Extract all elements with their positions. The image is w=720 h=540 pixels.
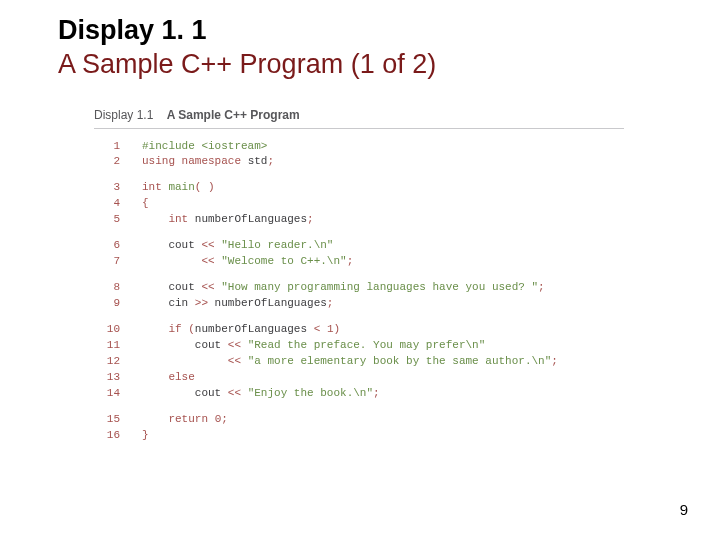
title-line-2: A Sample C++ Program (1 of 2) [58,48,720,82]
code-token: cout [142,281,201,293]
caption-label: Display 1.1 [94,108,153,122]
code-token: >> [195,297,208,309]
code-line: 3int main( ) [94,180,624,196]
line-content: cout << "Read the preface. You may prefe… [142,339,485,351]
line-number: 12 [94,354,120,370]
line-content: return 0; [142,413,228,425]
code-token: << [201,239,214,251]
line-number: 8 [94,280,120,296]
code-token: cout [142,387,228,399]
code-token: "a more elementary book by the same auth… [248,355,552,367]
title-line-1: Display 1. 1 [58,14,720,48]
code-line: 1#include <iostream> [94,139,624,155]
code-token: ; [307,213,314,225]
code-token: { [142,197,149,209]
code-block: 15 return 0;16} [94,412,624,444]
line-number: 5 [94,212,120,228]
code-block: 10 if (numberOfLanguages < 1)11 cout << … [94,322,624,402]
code-token: if [168,323,181,335]
code-token: main [168,181,194,193]
code-token: "Welcome to C++.\n" [221,255,346,267]
code-line: 7 << "Welcome to C++.\n"; [94,254,624,270]
code-token: ; [267,155,274,167]
code-line: 15 return 0; [94,412,624,428]
code-line: 6 cout << "Hello reader.\n" [94,238,624,254]
line-content: cin >> numberOfLanguages; [142,297,333,309]
code-line: 13 else [94,370,624,386]
code-token: << [201,255,214,267]
code-token: ( ) [195,181,215,193]
code-line: 16} [94,428,624,444]
code-line: 4{ [94,196,624,212]
slide: Display 1. 1 A Sample C++ Program (1 of … [0,0,720,540]
code-token [320,323,327,335]
code-token [241,387,248,399]
line-number: 7 [94,254,120,270]
code-token: int [142,181,162,193]
line-content: if (numberOfLanguages < 1) [142,323,340,335]
code-token: } [142,429,149,441]
line-content: using namespace std; [142,155,274,167]
code-token: ; [538,281,545,293]
line-number: 6 [94,238,120,254]
code-token: cin [142,297,195,309]
code-token: numberOfLanguages [188,213,307,225]
code-token [241,339,248,351]
line-number: 13 [94,370,120,386]
line-content: cout << "Enjoy the book.\n"; [142,387,380,399]
line-number: 16 [94,428,120,444]
line-content: << "a more elementary book by the same a… [142,355,558,367]
line-content: int numberOfLanguages; [142,213,314,225]
code-line: 2using namespace std; [94,154,624,170]
code-token: ; [551,355,558,367]
code-token: numberOfLanguages [208,297,327,309]
code-token: cout [142,239,201,251]
code-token [142,255,201,267]
code-block: 1#include <iostream>2using namespace std… [94,139,624,171]
code-token: "Read the preface. You may prefer\n" [248,339,486,351]
line-number: 4 [94,196,120,212]
code-token: numberOfLanguages [195,323,314,335]
line-number: 2 [94,154,120,170]
line-number: 10 [94,322,120,338]
code-token: #include <iostream> [142,140,267,152]
code-token: << [228,355,241,367]
code-token: return [168,413,208,425]
code-figure: Display 1.1 A Sample C++ Program 1#inclu… [94,108,624,444]
code-token: ( [188,323,195,335]
code-token [241,355,248,367]
code-token: << [228,339,241,351]
code-token [208,413,215,425]
line-content: } [142,429,149,441]
line-number: 9 [94,296,120,312]
code-token: "How many programming languages have you… [221,281,538,293]
code-line: 12 << "a more elementary book by the sam… [94,354,624,370]
line-number: 3 [94,180,120,196]
slide-title: Display 1. 1 A Sample C++ Program (1 of … [58,14,720,82]
code-token: std [241,155,267,167]
code-token: ; [221,413,228,425]
code-token: << [228,387,241,399]
code-block: 8 cout << "How many programming language… [94,280,624,312]
line-number: 14 [94,386,120,402]
line-content: else [142,371,195,383]
page-number: 9 [680,501,688,518]
line-content: cout << "How many programming languages … [142,281,545,293]
code-line: 10 if (numberOfLanguages < 1) [94,322,624,338]
line-content: cout << "Hello reader.\n" [142,239,333,251]
code-token: cout [142,339,228,351]
line-content: int main( ) [142,181,215,193]
code-token: using namespace [142,155,241,167]
code-line: 14 cout << "Enjoy the book.\n"; [94,386,624,402]
caption-title: A Sample C++ Program [167,108,300,122]
code-token [142,213,168,225]
line-number: 15 [94,412,120,428]
code-token: int [168,213,188,225]
code-token: "Enjoy the book.\n" [248,387,373,399]
code-block: 6 cout << "Hello reader.\n"7 << "Welcome… [94,238,624,270]
code-token: else [168,371,194,383]
code-token: ; [347,255,354,267]
line-content: #include <iostream> [142,140,267,152]
code-token [142,323,168,335]
code-line: 11 cout << "Read the preface. You may pr… [94,338,624,354]
